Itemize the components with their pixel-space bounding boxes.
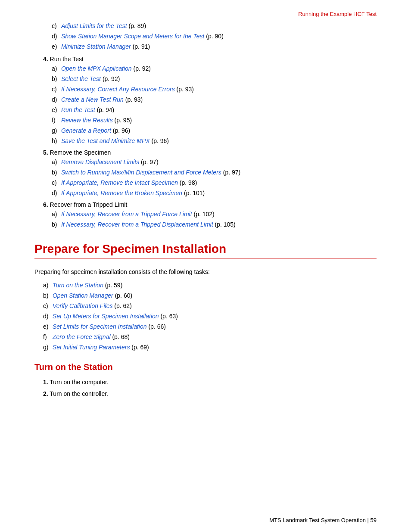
link-minimize-station[interactable]: Minimize Station Manager (61, 43, 131, 50)
link-save-test[interactable]: Save the Test and Minimize MPX (61, 137, 150, 144)
chapter-divider (34, 258, 377, 258)
list-item: b) Open Station Manager (p. 60) (43, 291, 377, 300)
station-steps-list: 1. Turn on the computer. 2. Turn on the … (34, 377, 377, 398)
item-label: c) (52, 22, 59, 31)
list-item: g) Generate a Report (p. 96) (52, 126, 377, 135)
section-4-subitems: a) Open the MPX Application (p. 92) b) S… (43, 64, 377, 146)
link-generate-report[interactable]: Generate a Report (61, 127, 111, 134)
link-turn-on-station[interactable]: Turn on the Station (53, 282, 103, 289)
header-title: Running the Example HCF Test (298, 11, 377, 17)
list-item: c) Verify Calibration Files (p. 62) (43, 302, 377, 311)
section-4: 4. Run the Test a) Open the MPX Applicat… (34, 56, 377, 146)
section-number: 5. (43, 149, 48, 156)
list-item: e) Minimize Station Manager (p. 91) (52, 42, 377, 51)
list-item: b) Select the Test (p. 92) (52, 75, 377, 84)
link-open-mpx[interactable]: Open the MPX Application (61, 65, 132, 72)
list-item: a) If Necessary, Recover from a Tripped … (52, 210, 377, 219)
list-item: g) Set Initial Tuning Parameters (p. 69) (43, 343, 377, 352)
link-open-station-manager[interactable]: Open Station Manager (53, 292, 113, 299)
toc-continuation: c) Adjust Limits for the Test (p. 89) d)… (34, 22, 377, 51)
list-item: d) If Appropriate, Remove the Broken Spe… (52, 189, 377, 198)
list-item: b) Switch to Running Max/Min Displacemen… (52, 168, 377, 177)
list-item: f) Review the Results (p. 95) (52, 116, 377, 125)
step-number: 2. (43, 390, 48, 397)
list-item: a) Turn on the Station (p. 59) (43, 281, 377, 290)
section-5: 5. Remove the Specimen a) Remove Displac… (34, 149, 377, 198)
sub-heading-turn-on: Turn on the Station (34, 362, 377, 372)
link-create-new-test-run[interactable]: Create a New Test Run (61, 96, 124, 103)
link-set-limits-specimen[interactable]: Set Limits for Specimen Installation (53, 323, 147, 330)
list-item: b) If Necessary, Recover from a Tripped … (52, 220, 377, 229)
link-remove-broken[interactable]: If Appropriate, Remove the Broken Specim… (61, 190, 182, 196)
section-title: Remove the Specimen (50, 149, 111, 156)
chapter-heading: Prepare for Specimen Installation (34, 242, 377, 256)
link-remove-displacement-limits[interactable]: Remove Displacement Limits (61, 159, 139, 165)
link-switch-running[interactable]: Switch to Running Max/Min Displacement a… (61, 169, 221, 176)
footer-text: MTS Landmark Test System Operation | 59 (269, 517, 377, 523)
step-text: Turn on the computer. (50, 379, 108, 386)
page: Running the Example HCF Test c) Adjust L… (0, 0, 411, 532)
section-number: 4. (43, 56, 48, 62)
list-item: d) Set Up Meters for Specimen Installati… (43, 312, 377, 321)
step-text: Turn on the controller. (50, 390, 108, 397)
list-item: f) Zero the Force Signal (p. 68) (43, 333, 377, 342)
link-correct-resource-errors[interactable]: If Necessary, Correct Any Resource Error… (61, 86, 175, 93)
section-title: Run the Test (50, 56, 84, 62)
link-recover-force[interactable]: If Necessary, Recover from a Tripped For… (61, 211, 192, 218)
list-item: h) Save the Test and Minimize MPX (p. 96… (52, 137, 377, 146)
section-6-subitems: a) If Necessary, Recover from a Tripped … (43, 210, 377, 229)
chapter-intro: Preparing for specimen installation cons… (34, 267, 377, 277)
link-verify-calibration[interactable]: Verify Calibration Files (53, 302, 113, 309)
link-run-the-test[interactable]: Run the Test (61, 106, 95, 113)
list-item: 2. Turn on the controller. (43, 389, 377, 398)
section-5-subitems: a) Remove Displacement Limits (p. 97) b)… (43, 158, 377, 198)
list-item: c) Adjust Limits for the Test (p. 89) (52, 22, 377, 31)
header-right: Running the Example HCF Test (34, 9, 377, 17)
link-adjust-limits[interactable]: Adjust Limits for the Test (61, 22, 127, 29)
chapter-tasks-list: a) Turn on the Station (p. 59) b) Open S… (34, 281, 377, 352)
list-item: a) Remove Displacement Limits (p. 97) (52, 158, 377, 167)
list-item: e) Run the Test (p. 94) (52, 106, 377, 115)
list-item: a) Open the MPX Application (p. 92) (52, 64, 377, 73)
link-zero-force[interactable]: Zero the Force Signal (53, 333, 111, 340)
list-item: c) If Appropriate, Remove the Intact Spe… (52, 178, 377, 187)
link-review-results[interactable]: Review the Results (61, 117, 113, 124)
link-setup-meters[interactable]: Set Up Meters for Specimen Installation (53, 313, 159, 320)
link-recover-displacement[interactable]: If Necessary, Recover from a Tripped Dis… (61, 221, 213, 228)
list-item: c) If Necessary, Correct Any Resource Er… (52, 85, 377, 94)
section-6: 6. Recover from a Tripped Limit a) If Ne… (34, 201, 377, 229)
section-title: Recover from a Tripped Limit (50, 201, 128, 208)
list-item: d) Create a New Test Run (p. 93) (52, 95, 377, 104)
link-initial-tuning[interactable]: Set Initial Tuning Parameters (53, 344, 130, 351)
step-number: 1. (43, 379, 48, 386)
link-remove-intact[interactable]: If Appropriate, Remove the Intact Specim… (61, 179, 178, 186)
list-item: d) Show Station Manager Scope and Meters… (52, 32, 377, 41)
page-footer: MTS Landmark Test System Operation | 59 (269, 517, 377, 523)
item-label: d) (52, 32, 59, 41)
link-show-station-manager[interactable]: Show Station Manager Scope and Meters fo… (61, 33, 205, 40)
section-number: 6. (43, 201, 48, 208)
item-label: e) (52, 42, 59, 51)
link-select-test[interactable]: Select the Test (61, 75, 101, 82)
list-item: e) Set Limits for Specimen Installation … (43, 322, 377, 331)
list-item: 1. Turn on the computer. (43, 377, 377, 387)
